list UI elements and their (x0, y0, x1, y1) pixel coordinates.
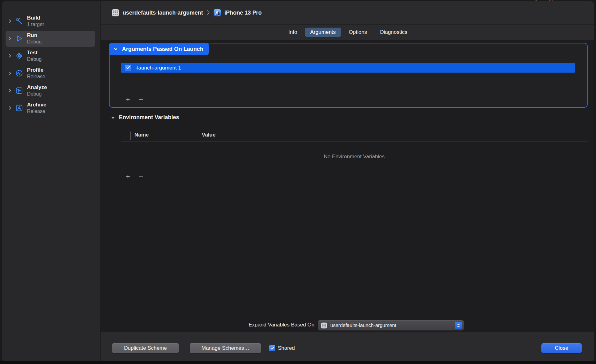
environment-variables-header[interactable]: Environment Variables (111, 114, 179, 121)
app-placeholder-icon (321, 322, 327, 329)
test-diamond-icon (15, 52, 24, 60)
sidebar-item-profile[interactable]: Profile Release (2, 65, 101, 82)
sidebar-item-title: Analyze (27, 84, 47, 91)
archive-icon (15, 104, 24, 112)
arguments-passed-on-launch-header[interactable]: Arguments Passed On Launch (109, 43, 209, 55)
sidebar-item-subtitle: Debug (27, 56, 42, 62)
shared-checkbox-label: Shared (278, 345, 295, 351)
sheet-footer: Duplicate Scheme Manage Schemes… Shared … (101, 332, 594, 361)
scheme-name[interactable]: userdefaults-launch-argument (123, 10, 203, 16)
run-play-icon (15, 34, 24, 43)
popup-stepper-icon[interactable] (455, 322, 462, 329)
app-placeholder-icon (112, 9, 119, 16)
sidebar-item-subtitle: Debug (27, 91, 42, 97)
destination-name[interactable]: iPhone 13 Pro (224, 10, 262, 16)
sidebar-item-title: Build (27, 15, 40, 21)
sidebar-item-title: Profile (27, 67, 43, 73)
build-hammer-icon (15, 17, 24, 25)
duplicate-scheme-button[interactable]: Duplicate Scheme (112, 343, 179, 353)
expand-variables-label: Expand Variables Based On (196, 322, 314, 328)
expand-variables-value: userdefaults-launch-argument (330, 323, 452, 328)
env-column-name-header: Name (134, 132, 149, 138)
chevron-down-icon[interactable] (111, 115, 115, 120)
up-down-chevrons-icon (457, 323, 460, 328)
sidebar-item-title: Test (27, 50, 38, 56)
analyze-icon (15, 86, 24, 95)
sidebar-item-test[interactable]: Test Debug (2, 47, 101, 65)
remove-argument-button[interactable]: − (138, 96, 144, 103)
launch-argument-checkbox[interactable] (125, 65, 131, 71)
tab-diagnostics[interactable]: Diagnostics (375, 28, 413, 37)
tab-bar: Info Arguments Options Diagnostics (101, 24, 594, 40)
sidebar-item-subtitle: Release (27, 74, 45, 79)
table-divider (121, 141, 588, 142)
scheme-actions-sidebar: Build 1 target Run Debug Test Debug (2, 1, 101, 361)
sidebar-item-subtitle: 1 target (27, 22, 44, 27)
sidebar-item-build[interactable]: Build 1 target (2, 13, 101, 30)
disclosure-chevron-icon[interactable] (8, 88, 12, 93)
backdrop-bottom-strip (0, 361, 596, 364)
remove-env-var-button[interactable]: − (138, 173, 144, 180)
breadcrumb: userdefaults-launch-argument iPhone 13 P… (112, 1, 262, 24)
sidebar-item-title: Archive (27, 102, 46, 108)
add-argument-button[interactable]: + (124, 96, 131, 103)
table-divider (121, 171, 588, 171)
chevron-down-icon[interactable] (114, 47, 118, 51)
tab-arguments[interactable]: Arguments (305, 28, 341, 37)
env-column-value-header: Value (202, 132, 215, 138)
sidebar-item-subtitle: Release (27, 109, 45, 114)
row-separator (121, 83, 575, 83)
sidebar-item-subtitle: Debug (27, 39, 42, 45)
disclosure-chevron-icon[interactable] (8, 71, 12, 75)
checkmark-icon (126, 66, 130, 70)
checkmark-icon (270, 347, 274, 350)
section-title: Arguments Passed On Launch (122, 46, 203, 52)
sidebar-item-archive[interactable]: Archive Release (2, 100, 101, 117)
scheme-header-bar: userdefaults-launch-argument iPhone 13 P… (101, 1, 594, 24)
disclosure-chevron-icon[interactable] (8, 19, 12, 23)
close-button[interactable]: Close (541, 343, 582, 353)
tab-info[interactable]: Info (283, 28, 302, 37)
disclosure-chevron-icon[interactable] (8, 54, 12, 58)
sidebar-item-run[interactable]: Run Debug (2, 30, 101, 47)
scheme-editor-sheet: Build 1 target Run Debug Test Debug (2, 1, 594, 361)
tab-options[interactable]: Options (344, 28, 372, 37)
section-title: Environment Variables (119, 114, 179, 121)
column-divider (198, 132, 198, 140)
disclosure-chevron-icon[interactable] (8, 106, 12, 110)
column-divider (130, 132, 131, 140)
add-env-var-button[interactable]: + (124, 173, 131, 180)
launch-argument-row[interactable]: -launch-argument 1 (121, 63, 575, 73)
row-separator (121, 93, 575, 93)
profile-gauge-icon (15, 69, 24, 78)
manage-schemes-button[interactable]: Manage Schemes… (190, 343, 261, 353)
env-empty-placeholder: No Environment Variables (292, 154, 416, 160)
shared-checkbox[interactable] (269, 345, 275, 351)
arguments-passed-on-launch-group: Arguments Passed On Launch -launch-argum… (109, 43, 588, 108)
expand-variables-popup[interactable]: userdefaults-launch-argument (318, 320, 464, 330)
inspector-title: Identity and Type (523, 0, 592, 1)
sidebar-item-title: Run (27, 32, 37, 38)
disclosure-chevron-icon[interactable] (8, 36, 12, 41)
launch-argument-label: -launch-argument 1 (135, 65, 181, 71)
sidebar-item-analyze[interactable]: Analyze Debug (2, 82, 101, 100)
breadcrumb-chevron-icon (206, 10, 210, 16)
simulator-device-icon (214, 9, 221, 16)
